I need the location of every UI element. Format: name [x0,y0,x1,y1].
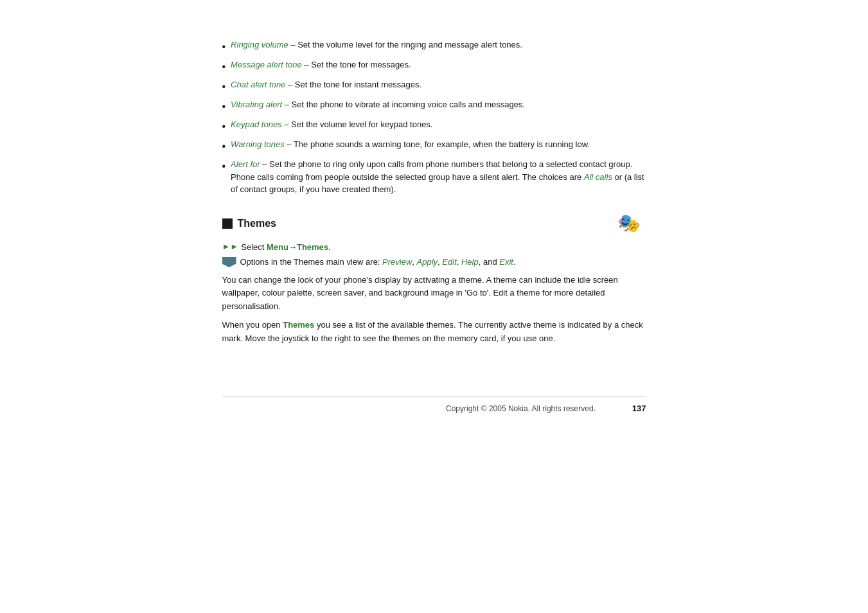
list-item-alert-for: • Alert for – Set the phone to ring only… [222,158,646,196]
instruction-1-text: Select Menu→Themes. [241,241,330,254]
bullet-dot: • [222,99,226,114]
list-item-ringing-volume: • Ringing volume – Set the volume level … [222,39,646,55]
instruction-1-suffix: . [328,242,331,252]
arrow-separator: → [288,242,297,252]
bullet-dot: • [222,39,226,55]
desc-warning-tones: – The phone sounds a warning tone, for e… [285,139,590,149]
page-container: • Ringing volume – Set the volume level … [209,39,659,413]
bullet-dot: • [222,59,226,75]
bullet-text: Keypad tones – Set the volume level for … [231,118,646,131]
desc-ringing-volume: – Set the volume level for the ringing a… [288,40,522,49]
desc-message-alert-tone: – Set the tone for messages. [302,60,411,69]
body2-prefix: When you open [222,320,283,330]
option-apply: Apply [417,257,438,267]
list-item-vibrating-alert: • Vibrating alert – Set the phone to vib… [222,98,646,114]
themes-section: Themes 🎭 ►► Select Menu→Themes. Options … [222,211,646,346]
bullet-text: Alert for – Set the phone to ring only u… [231,158,646,196]
comma-3: , [457,257,461,267]
desc-vibrating-alert: – Set the phone to vibrate at incoming v… [282,100,525,109]
instruction-2-end: . [513,257,516,267]
option-edit: Edit [442,257,456,267]
option-exit: Exit [499,257,513,267]
option-preview: Preview [382,257,412,267]
body-text-2: When you open Themes you see a list of t… [222,319,646,346]
bullet-text: Chat alert tone – Set the tone for insta… [231,78,646,91]
bullet-list: • Ringing volume – Set the volume level … [222,39,646,196]
footer: Copyright © 2005 Nokia. All rights reser… [222,396,646,413]
heading-square-icon [222,218,233,229]
desc-keypad-tones: – Set the volume level for keypad tones. [282,120,433,129]
term-ringing-volume: Ringing volume [231,40,288,49]
themes-link: Themes [297,242,328,252]
comma-1: , [412,257,416,267]
list-item-message-alert-tone: • Message alert tone – Set the tone for … [222,58,646,75]
options-suffix: , and [479,257,500,267]
list-item-keypad-tones: • Keypad tones – Set the volume level fo… [222,118,646,134]
footer-page-number: 137 [621,404,646,413]
footer-copyright: Copyright © 2005 Nokia. All rights reser… [421,404,621,413]
section-heading-themes: Themes [222,218,276,229]
bullet-text: Message alert tone – Set the tone for me… [231,58,646,71]
term-vibrating-alert: Vibrating alert [231,100,282,109]
menu-link: Menu [267,242,288,252]
bullet-dot: • [222,119,226,134]
list-item-chat-alert-tone: • Chat alert tone – Set the tone for ins… [222,78,646,94]
nav-arrow-icon: ►► [222,242,239,251]
desc-chat-alert-tone: – Set the tone for instant messages. [285,80,421,89]
options-prefix: Options in the Themes main view are: [240,257,383,267]
all-calls-link: All calls [584,172,612,182]
bullet-dot: • [222,139,226,154]
instruction-row-1: ►► Select Menu→Themes. [222,241,646,254]
term-warning-tones: Warning tones [231,139,285,149]
select-label: Select [241,242,267,252]
option-help: Help [461,257,479,267]
term-alert-for: Alert for [231,159,260,169]
instruction-row-2: Options in the Themes main view are: Pre… [222,256,646,269]
bullet-text: Vibrating alert – Set the phone to vibra… [231,98,646,111]
themes-heading-text: Themes [238,218,276,229]
desc-alert-for-start: – Set the phone to ring only upon calls … [231,159,632,182]
term-message-alert-tone: Message alert tone [231,60,302,69]
body2-themes-link: Themes [283,320,314,330]
instruction-2-text: Options in the Themes main view are: Pre… [240,256,516,269]
bullet-dot: • [222,159,226,174]
bullet-text: Warning tones – The phone sounds a warni… [231,138,646,151]
bullet-dot: • [222,79,226,94]
bullet-text: Ringing volume – Set the volume level fo… [231,39,646,51]
term-keypad-tones: Keypad tones [231,120,282,129]
term-chat-alert-tone: Chat alert tone [231,80,285,89]
themes-mask-icon: 🎭 [617,213,640,234]
list-item-warning-tones: • Warning tones – The phone sounds a war… [222,138,646,154]
bookmark-icon [222,257,236,267]
body-text-1: You can change the look of your phone's … [222,274,646,314]
